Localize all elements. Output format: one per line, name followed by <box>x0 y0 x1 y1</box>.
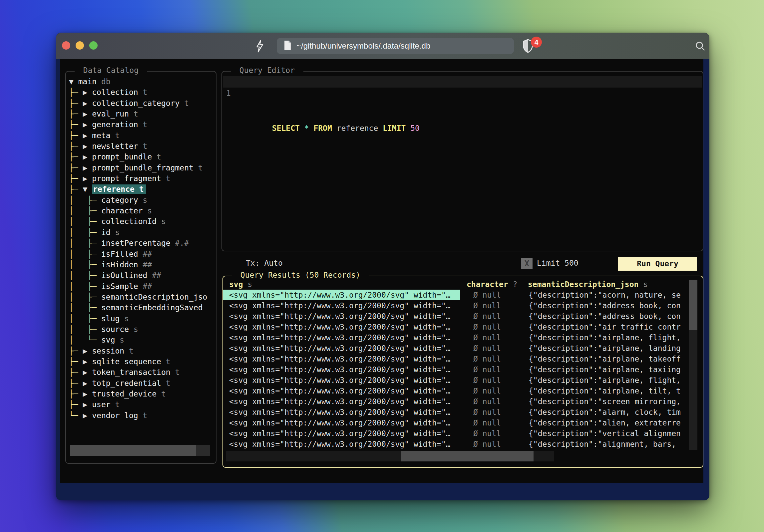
editor-line[interactable]: 1 SELECT * FROM reference LIMIT 50 <box>223 76 702 88</box>
tree-row[interactable]: │ ├─ semanticDescription_jso <box>69 292 214 302</box>
tree-row[interactable]: │ ├─ insetPercentage #.# <box>69 238 214 248</box>
column-header-character[interactable]: character ? <box>460 279 527 290</box>
table-row[interactable]: <svg xmlns="http://www.w3.org/2000/svg" … <box>223 386 703 396</box>
cell-semanticdescription[interactable]: {"description":"vertical alignmen <box>527 428 695 439</box>
tree-row[interactable]: ├─ ▶ totp_credential t <box>69 378 214 389</box>
table-row[interactable]: <svg xmlns="http://www.w3.org/2000/svg" … <box>223 439 703 449</box>
cell-character[interactable]: Ø null <box>460 375 527 386</box>
tree-row[interactable]: ├─ ▶ prompt_fragment t <box>69 173 214 184</box>
tree-row[interactable]: ├─ ▼ reference t <box>69 184 214 194</box>
cell-svg[interactable]: <svg xmlns="http://www.w3.org/2000/svg" … <box>223 386 460 396</box>
cell-semanticdescription[interactable]: {"description":"alien, extraterre <box>527 417 695 428</box>
cell-svg[interactable]: <svg xmlns="http://www.w3.org/2000/svg" … <box>223 396 460 407</box>
table-row[interactable]: <svg xmlns="http://www.w3.org/2000/svg" … <box>223 417 703 428</box>
cell-character[interactable]: Ø null <box>460 428 527 439</box>
tree-arrow-icon[interactable]: ▶ <box>83 99 92 108</box>
tree-arrow-icon[interactable]: ▶ <box>83 131 92 140</box>
tree-row[interactable]: ├─ ▶ collection t <box>69 87 214 98</box>
table-row[interactable]: <svg xmlns="http://www.w3.org/2000/svg" … <box>223 300 703 311</box>
cell-svg[interactable]: <svg xmlns="http://www.w3.org/2000/svg" … <box>223 428 460 439</box>
cell-svg[interactable]: <svg xmlns="http://www.w3.org/2000/svg" … <box>223 322 460 332</box>
tree-row[interactable]: ├─ ▶ newsletter t <box>69 141 214 151</box>
cell-character[interactable]: Ø null <box>460 417 527 428</box>
cell-character[interactable]: Ø null <box>460 407 527 417</box>
tree-row[interactable]: ├─ ▶ session t <box>69 346 214 356</box>
tree-row[interactable]: │ ├─ id s <box>69 227 214 238</box>
query-editor-panel[interactable]: Query Editor 1 SELECT * FROM reference L… <box>221 71 703 251</box>
cell-svg[interactable]: <svg xmlns="http://www.w3.org/2000/svg" … <box>223 417 460 428</box>
tree-row[interactable]: │ ├─ category s <box>69 195 214 205</box>
tree-row[interactable]: ├─ ▶ collection_category t <box>69 98 214 109</box>
results-vscrollbar-thumb[interactable] <box>689 280 697 330</box>
cell-semanticdescription[interactable]: {"description":"airplane, flight, <box>527 375 695 386</box>
tree-arrow-icon[interactable]: ▶ <box>83 152 92 161</box>
cell-character[interactable]: Ø null <box>460 290 527 300</box>
tree-row[interactable]: │ ├─ semanticEmbeddingSaved <box>69 302 214 313</box>
cell-character[interactable]: Ø null <box>460 364 527 375</box>
catalog-scrollbar-thumb[interactable] <box>70 445 196 456</box>
cell-semanticdescription[interactable]: {"description":"air traffic contr <box>527 322 695 332</box>
cell-character[interactable]: Ø null <box>460 386 527 396</box>
results-horizontal-scrollbar[interactable] <box>226 451 554 461</box>
cell-svg[interactable]: <svg xmlns="http://www.w3.org/2000/svg" … <box>223 375 460 386</box>
cell-svg[interactable]: <svg xmlns="http://www.w3.org/2000/svg" … <box>223 290 460 300</box>
transaction-mode-label[interactable]: Tx: Auto <box>246 259 283 267</box>
tree-arrow-icon[interactable]: ▼ <box>83 185 92 193</box>
limit-checkbox[interactable]: X <box>521 258 533 269</box>
tree-row[interactable]: │ ├─ source s <box>69 324 214 335</box>
cell-character[interactable]: Ø null <box>460 439 527 449</box>
tree-arrow-icon[interactable]: ▶ <box>83 368 92 377</box>
results-hscrollbar-thumb[interactable] <box>401 451 534 461</box>
cell-semanticdescription[interactable]: {"description":"alignment, bars, <box>527 439 695 449</box>
zoom-button[interactable] <box>89 41 98 50</box>
tree-row[interactable]: │ ├─ isSample ## <box>69 281 214 292</box>
table-row[interactable]: <svg xmlns="http://www.w3.org/2000/svg" … <box>223 354 703 364</box>
cell-character[interactable]: Ø null <box>460 300 527 311</box>
cell-character[interactable]: Ø null <box>460 396 527 407</box>
tree-row[interactable]: ├─ ▶ token_transaction t <box>69 367 214 378</box>
shield-notification[interactable]: 4 <box>522 39 542 55</box>
tree-row[interactable]: │ ├─ character s <box>69 205 214 216</box>
tree-arrow-icon[interactable]: ▶ <box>83 390 92 398</box>
cell-svg[interactable]: <svg xmlns="http://www.w3.org/2000/svg" … <box>223 332 460 343</box>
tree-row[interactable]: │ ├─ isHidden ## <box>69 259 214 270</box>
cell-semanticdescription[interactable]: {"description":"address book, con <box>527 311 695 322</box>
table-row[interactable]: <svg xmlns="http://www.w3.org/2000/svg" … <box>223 311 703 322</box>
tree-arrow-icon[interactable]: ▶ <box>83 400 92 409</box>
cell-svg[interactable]: <svg xmlns="http://www.w3.org/2000/svg" … <box>223 343 460 354</box>
tree-row[interactable]: │ ├─ collectionId s <box>69 216 214 227</box>
column-header-semanticdescription[interactable]: semanticDescription_json s <box>527 279 695 290</box>
tree-row[interactable]: │ └─ svg s <box>69 335 214 345</box>
cell-svg[interactable]: <svg xmlns="http://www.w3.org/2000/svg" … <box>223 354 460 364</box>
tree-arrow-icon[interactable]: ▶ <box>83 357 92 366</box>
cell-character[interactable]: Ø null <box>460 354 527 364</box>
table-row[interactable]: <svg xmlns="http://www.w3.org/2000/svg" … <box>223 375 703 386</box>
catalog-horizontal-scrollbar[interactable] <box>70 445 210 456</box>
cell-svg[interactable]: <svg xmlns="http://www.w3.org/2000/svg" … <box>223 439 460 449</box>
cell-semanticdescription[interactable]: {"description":"airplane, landing <box>527 343 695 354</box>
tree-row[interactable]: ├─ ▶ prompt_bundle t <box>69 151 214 162</box>
table-row[interactable]: <svg xmlns="http://www.w3.org/2000/svg" … <box>223 396 703 407</box>
table-row[interactable]: <svg xmlns="http://www.w3.org/2000/svg" … <box>223 322 703 332</box>
tree-row[interactable]: ├─ ▶ sqlite_sequence t <box>69 356 214 367</box>
tree-row[interactable]: └─ ▶ vendor_log t <box>69 410 214 421</box>
cell-semanticdescription[interactable]: {"description":"airplane, taxiing <box>527 364 695 375</box>
cell-semanticdescription[interactable]: {"description":"alarm, clock, tim <box>527 407 695 417</box>
address-field[interactable]: ~/github/universymbols/.data/sqlite.db <box>277 38 514 54</box>
tree-arrow-icon[interactable]: ▶ <box>83 411 92 420</box>
run-query-button[interactable]: Run Query <box>618 257 697 271</box>
cell-semanticdescription[interactable]: {"description":"screen mirroring, <box>527 396 695 407</box>
cell-character[interactable]: Ø null <box>460 332 527 343</box>
tree-arrow-icon[interactable]: ▼ <box>69 77 78 86</box>
column-header-svg[interactable]: svg s <box>223 279 460 290</box>
cell-semanticdescription[interactable]: {"description":"airplane, tilt, t <box>527 386 695 396</box>
table-row[interactable]: <svg xmlns="http://www.w3.org/2000/svg" … <box>223 332 703 343</box>
tree-arrow-icon[interactable]: ▶ <box>83 142 92 150</box>
table-row[interactable]: <svg xmlns="http://www.w3.org/2000/svg" … <box>223 407 703 417</box>
cell-svg[interactable]: <svg xmlns="http://www.w3.org/2000/svg" … <box>223 300 460 311</box>
tree-arrow-icon[interactable]: ▶ <box>83 379 92 388</box>
results-vertical-scrollbar[interactable] <box>689 280 697 450</box>
cell-svg[interactable]: <svg xmlns="http://www.w3.org/2000/svg" … <box>223 364 460 375</box>
cell-character[interactable]: Ø null <box>460 322 527 332</box>
sql-code[interactable]: SELECT * FROM reference LIMIT 50 <box>235 99 420 134</box>
